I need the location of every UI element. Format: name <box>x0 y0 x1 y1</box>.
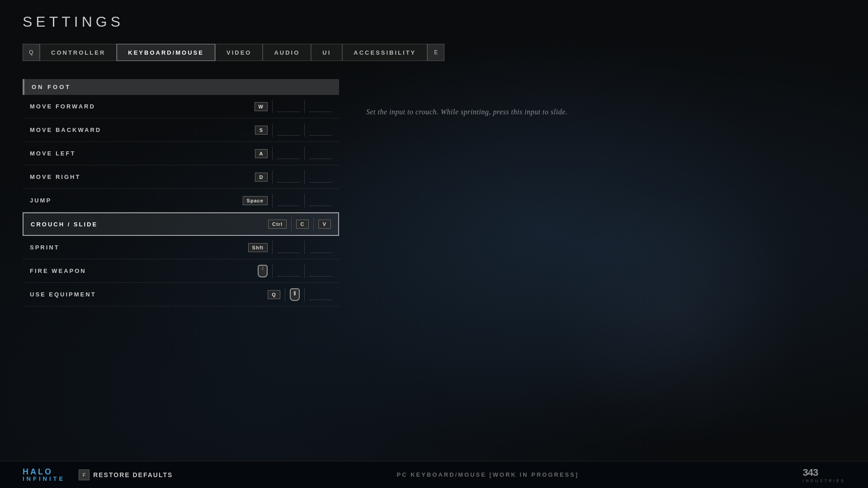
keybind-bindings-sprint: Shft <box>248 241 332 254</box>
tab-controller[interactable]: CONTROLLER <box>40 44 117 61</box>
keybind-action-fire-weapon: FIRE WEAPON <box>30 267 258 274</box>
key-badge[interactable]: A <box>255 149 268 158</box>
keybind-action-use-equipment: USE EQUIPMENT <box>30 291 268 298</box>
keybind-row-sprint[interactable]: SPRINT Shft <box>23 236 339 259</box>
keybind-bindings-use-equipment: Q <box>268 288 332 301</box>
key-badge[interactable]: D <box>255 173 268 182</box>
keybind-row-move-left[interactable]: MOVE LEFT A <box>23 142 339 165</box>
key-badge[interactable]: S <box>255 126 268 135</box>
keybind-row-fire-weapon[interactable]: FIRE WEAPON <box>23 259 339 283</box>
keybind-action-move-backward: MOVE BACKWARD <box>30 127 255 133</box>
keybind-action-jump: JUMP <box>30 197 243 204</box>
content-area: ON FOOT MOVE FORWARD W <box>23 79 845 306</box>
keybind-bindings-move-backward: S <box>255 123 332 137</box>
halo-logo-top: HALO <box>23 468 53 476</box>
description-text: Set the input to crouch. While sprinting… <box>366 106 845 118</box>
mouse-left-icon <box>258 265 268 277</box>
key-badge-c[interactable]: C <box>296 220 309 229</box>
tab-keyboard-mouse[interactable]: KEYBOARD/MOUSE <box>117 44 215 61</box>
halo-logo-bottom: INFINITE <box>23 476 65 482</box>
bottom-bar: HALO INFINITE F Restore Defaults PC KEYB… <box>0 461 868 488</box>
bottom-center-text: PC KEYBOARD/MOUSE [WORK IN PROGRESS] <box>173 471 802 478</box>
studio-logo-number: 343 <box>802 467 845 479</box>
keybind-row-jump[interactable]: JUMP Space <box>23 189 339 212</box>
keybind-row-move-forward[interactable]: MOVE FORWARD W <box>23 95 339 118</box>
keybind-action-sprint: SPRINT <box>30 244 248 251</box>
keybind-list: ON FOOT MOVE FORWARD W <box>23 79 339 306</box>
restore-label: Restore Defaults <box>93 471 173 479</box>
tab-ui[interactable]: UI <box>311 44 342 61</box>
key-badge[interactable]: W <box>255 102 268 111</box>
key-badge[interactable]: Space <box>243 196 268 205</box>
keybind-bindings-fire-weapon <box>258 264 332 278</box>
section-header-on-foot: ON FOOT <box>23 79 339 95</box>
tab-accessibility[interactable]: ACCESSIBILITY <box>342 44 427 61</box>
restore-key-icon: F <box>79 469 90 480</box>
tab-bar: Q CONTROLLER KEYBOARD/MOUSE VIDEO AUDIO … <box>23 44 845 61</box>
key-badge-ctrl[interactable]: Ctrl <box>268 220 287 229</box>
tab-nav-left[interactable]: Q <box>23 44 40 61</box>
keybind-row-move-backward[interactable]: MOVE BACKWARD S <box>23 118 339 142</box>
studio-logo: 343 INDUSTRIES <box>802 467 845 483</box>
tab-audio[interactable]: AUDIO <box>263 44 311 61</box>
key-badge[interactable]: Shft <box>248 243 268 252</box>
mouse-middle-icon <box>290 288 300 301</box>
halo-logo: HALO INFINITE <box>23 468 65 482</box>
tab-nav-right[interactable]: E <box>427 44 444 61</box>
keybind-action-move-right: MOVE RIGHT <box>30 174 255 180</box>
keybind-row-crouch-slide[interactable]: CROUCH / SLIDE Ctrl C V <box>23 212 339 236</box>
restore-defaults-button[interactable]: F Restore Defaults <box>79 469 173 480</box>
keybind-bindings-move-right: D <box>255 170 332 184</box>
page-title: SETTINGS <box>23 14 845 30</box>
keybind-bindings-jump: Space <box>243 194 332 207</box>
keybind-bindings-crouch-slide: Ctrl C V <box>268 217 331 231</box>
tab-video[interactable]: VIDEO <box>215 44 263 61</box>
studio-logo-name: INDUSTRIES <box>802 479 845 483</box>
keybind-panel: ON FOOT MOVE FORWARD W <box>23 79 339 306</box>
keybind-bindings-move-forward: W <box>255 100 332 113</box>
key-badge-q[interactable]: Q <box>268 290 280 299</box>
keybind-action-move-forward: MOVE FORWARD <box>30 103 255 110</box>
key-badge-v[interactable]: V <box>318 220 331 229</box>
keybind-row-use-equipment[interactable]: USE EQUIPMENT Q <box>23 283 339 306</box>
keybind-row-move-right[interactable]: MOVE RIGHT D <box>23 165 339 189</box>
description-panel: Set the input to crouch. While sprinting… <box>366 79 845 118</box>
keybind-action-move-left: MOVE LEFT <box>30 150 255 157</box>
keybind-bindings-move-left: A <box>255 147 332 160</box>
keybind-action-crouch-slide: CROUCH / SLIDE <box>31 221 268 228</box>
